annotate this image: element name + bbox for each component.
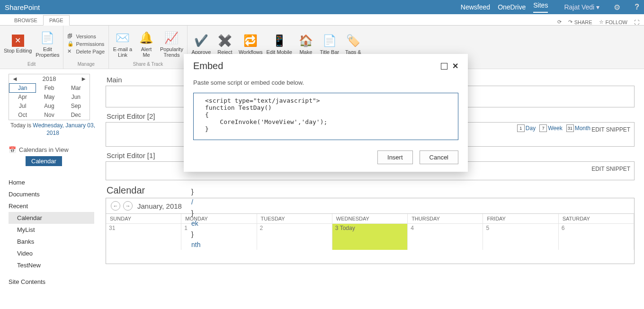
nav-recent[interactable]: Recent bbox=[9, 200, 97, 212]
edit-snippet-button-2[interactable]: EDIT SNIPPET bbox=[591, 166, 630, 172]
title-bar-button[interactable]: 📄Title Bar bbox=[320, 33, 340, 55]
nav-banks[interactable]: Banks bbox=[9, 236, 97, 247]
edit-snippet-button[interactable]: EDIT SNIPPET bbox=[591, 126, 630, 133]
alert-me-button[interactable]: 🔔Alert Me bbox=[136, 30, 156, 58]
nav-site-contents[interactable]: Site Contents bbox=[9, 276, 97, 288]
tags-button[interactable]: 🏷️Tags & bbox=[343, 33, 363, 55]
user-name: Rajat Vedi bbox=[564, 3, 594, 11]
user-menu[interactable]: Rajat Vedi ▾ bbox=[564, 3, 599, 11]
popularity-trends-button[interactable]: 📈Popularity Trends bbox=[160, 30, 183, 58]
workflows-button[interactable]: 🔁Workflows bbox=[239, 33, 263, 55]
ribbon-group-edit: ✕ Stop Editing 📄 Edit Properties Edit bbox=[0, 26, 63, 69]
gear-icon[interactable]: ⚙ bbox=[614, 3, 620, 12]
nav-calendar[interactable]: Calendar bbox=[9, 212, 94, 224]
view-week[interactable]: 7Week bbox=[539, 124, 562, 132]
sync-button[interactable]: ⟳ bbox=[557, 19, 562, 25]
month-nov[interactable]: Nov bbox=[36, 111, 63, 120]
sync-icon: ⟳ bbox=[557, 19, 562, 25]
calendars-in-view: 📅 Calendars in View bbox=[9, 146, 97, 153]
month-oct[interactable]: Oct bbox=[9, 111, 36, 120]
cal-cell[interactable]: 2 bbox=[257, 223, 332, 250]
tab-page[interactable]: PAGE bbox=[43, 15, 70, 26]
focus-button[interactable]: ⛶ bbox=[634, 19, 639, 25]
month-apr[interactable]: Apr bbox=[9, 93, 36, 102]
nav-documents[interactable]: Documents bbox=[9, 188, 97, 200]
calendar-icon: 📅 bbox=[9, 146, 16, 153]
day-hdr: TUESDAY bbox=[257, 214, 332, 223]
view-month[interactable]: 31Month bbox=[566, 124, 590, 132]
approve-button[interactable]: ✔️Approve bbox=[191, 33, 211, 55]
share-button[interactable]: ↷SHARE bbox=[568, 19, 592, 25]
month-dec[interactable]: Dec bbox=[63, 111, 89, 120]
nav-testnew[interactable]: TestNew bbox=[9, 259, 97, 271]
help-icon[interactable]: ? bbox=[635, 3, 639, 11]
cancel-button[interactable]: Cancel bbox=[420, 150, 458, 164]
month-aug[interactable]: Aug bbox=[36, 102, 63, 111]
quick-launch: Home Documents Recent Calendar MyList Ba… bbox=[9, 177, 97, 288]
calendar-nav: ← → January, 2018 bbox=[106, 198, 634, 213]
chart-icon: 📈 bbox=[164, 30, 179, 45]
dialog-title: Embed bbox=[193, 61, 436, 71]
page-icon: 📄 bbox=[40, 30, 55, 45]
stop-editing-button[interactable]: ✕ Stop Editing bbox=[4, 35, 32, 53]
day-hdr: WEDNESDAY bbox=[332, 214, 408, 223]
close-icon[interactable]: ✕ bbox=[452, 62, 458, 71]
month-jan[interactable]: Jan bbox=[9, 84, 36, 93]
left-nav: ◄ 2018 ► JanFebMar AprMayJun JulAugSep O… bbox=[0, 69, 97, 309]
focus-icon: ⛶ bbox=[634, 19, 639, 25]
next-month-button[interactable]: → bbox=[123, 201, 133, 211]
versions-button[interactable]: 🗐Versions bbox=[67, 33, 105, 40]
email-link-button[interactable]: ✉️E-mail a Link bbox=[113, 30, 133, 58]
delete-page-button[interactable]: ✕Delete Page bbox=[67, 48, 105, 55]
permissions-button[interactable]: 🔒Permissions bbox=[67, 41, 105, 47]
chevron-down-icon: ▾ bbox=[596, 3, 599, 11]
follow-button[interactable]: ☆FOLLOW bbox=[599, 19, 627, 25]
month-may[interactable]: May bbox=[36, 93, 63, 102]
prev-month-button[interactable]: ← bbox=[111, 201, 120, 211]
day-hdr: SUNDAY bbox=[106, 214, 181, 223]
next-year-button[interactable]: ► bbox=[80, 75, 87, 82]
check-icon: ✔️ bbox=[194, 33, 209, 48]
month-sep[interactable]: Sep bbox=[63, 102, 89, 111]
month-jun[interactable]: Jun bbox=[63, 93, 89, 102]
date-picker: ◄ 2018 ► JanFebMar AprMayJun JulAugSep O… bbox=[9, 74, 90, 120]
edit-properties-button[interactable]: 📄 Edit Properties bbox=[36, 30, 59, 58]
tab-browse[interactable]: BROWSE bbox=[9, 16, 43, 25]
maximize-icon[interactable] bbox=[441, 63, 447, 70]
cal-cell[interactable]: 31 bbox=[106, 223, 181, 250]
today-link[interactable]: Wednesday, January 03, 2018 bbox=[33, 122, 95, 136]
month-feb[interactable]: Feb bbox=[36, 84, 63, 93]
cal-cell-today[interactable]: 3 Today bbox=[332, 223, 408, 250]
versions-icon: 🗐 bbox=[67, 33, 74, 40]
month-icon: 31 bbox=[566, 124, 574, 132]
view-day[interactable]: 1Day bbox=[517, 124, 536, 132]
nav-video[interactable]: Video bbox=[9, 247, 97, 259]
link-onedrive[interactable]: OneDrive bbox=[498, 3, 526, 11]
day-hdr: THURSDAY bbox=[408, 214, 483, 223]
delete-icon: ✕ bbox=[67, 48, 74, 55]
link-newsfeed[interactable]: Newsfeed bbox=[461, 3, 490, 11]
calendar-overlay-button[interactable]: Calendar bbox=[26, 156, 62, 166]
prev-year-button[interactable]: ◄ bbox=[12, 75, 18, 82]
insert-button[interactable]: Insert bbox=[377, 150, 413, 164]
cal-cell[interactable]: 6 bbox=[559, 223, 634, 250]
embed-dialog: Embed ✕ Paste some script or embed code … bbox=[184, 54, 468, 172]
mobile-icon: 📱 bbox=[272, 33, 287, 48]
star-icon: ☆ bbox=[599, 19, 604, 25]
leaked-script-text: } / } ek } nth bbox=[191, 186, 200, 250]
tag-icon: 🏷️ bbox=[346, 33, 361, 48]
make-button[interactable]: 🏠Make bbox=[296, 33, 316, 55]
link-sites[interactable]: Sites bbox=[533, 1, 548, 13]
reject-button[interactable]: ✖️Reject bbox=[215, 33, 235, 55]
mail-icon: ✉️ bbox=[115, 30, 130, 45]
calendar-grid: SUNDAY MONDAY TUESDAY WEDNESDAY THURSDAY… bbox=[106, 213, 634, 250]
edit-mobile-button[interactable]: 📱Edit Mobile bbox=[266, 33, 292, 55]
cal-cell[interactable]: 5 bbox=[483, 223, 558, 250]
cal-cell[interactable]: 4 bbox=[408, 223, 483, 250]
embed-code-input[interactable] bbox=[193, 93, 458, 140]
nav-mylist[interactable]: MyList bbox=[9, 224, 97, 236]
month-jul[interactable]: Jul bbox=[9, 102, 36, 111]
month-mar[interactable]: Mar bbox=[63, 84, 89, 93]
stop-icon: ✕ bbox=[12, 35, 24, 47]
nav-home[interactable]: Home bbox=[9, 177, 97, 188]
